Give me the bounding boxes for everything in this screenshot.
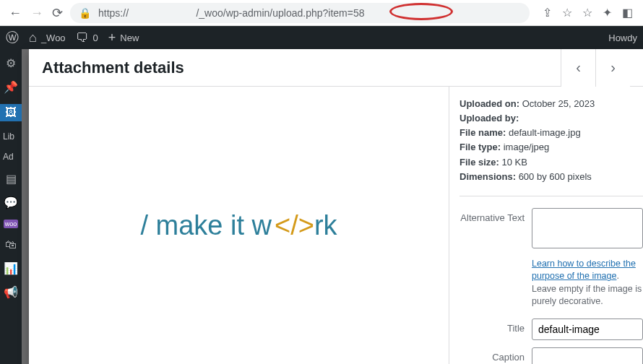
sidebar-item-dashboard[interactable]: ⚙ (0, 56, 22, 70)
howdy-label[interactable]: Howdy (608, 32, 637, 43)
chevron-left-icon: ‹ (576, 59, 581, 76)
browser-nav-group: ← → ⟳ (4, 6, 63, 20)
extensions-icon[interactable]: ✦ (603, 6, 612, 20)
prev-attachment-button[interactable]: ‹ (561, 49, 595, 87)
lock-icon: 🔒 (79, 7, 91, 19)
woo-icon: woo (4, 220, 19, 228)
home-icon: ⌂ (29, 31, 37, 44)
caption-label: Caption (459, 347, 532, 363)
url-highlight-annotation (389, 3, 453, 20)
alt-text-label: Alternative Text (459, 208, 532, 223)
analytics-icon: 📊 (4, 261, 18, 275)
sidebar-item-comments[interactable]: 💬 (0, 196, 22, 209)
media-icon: 🖼 (5, 106, 17, 119)
meta-file-size: 10 KB (502, 157, 527, 168)
attachment-preview: / make it w</>rk (29, 87, 449, 364)
comments-link[interactable]: 🗨 0 (76, 31, 98, 44)
address-bar[interactable]: 🔒 https:// /_woo/wp-admin/upload.php?ite… (70, 3, 530, 23)
pin-icon: 📌 (4, 80, 18, 94)
chevron-right-icon: › (610, 59, 616, 76)
modal-title: Attachment details (42, 58, 561, 77)
back-icon[interactable]: ← (9, 6, 22, 20)
modal-header: Attachment details ‹ › (29, 49, 643, 87)
alt-text-input[interactable] (532, 208, 643, 248)
attachment-details-panel: Uploaded on: October 25, 2023 Uploaded b… (449, 87, 643, 364)
sidebar-sub-addnew[interactable]: Ad (0, 152, 14, 162)
sidebar-item-pages[interactable]: ▤ (0, 172, 22, 186)
modal-overlay: Attachment details ‹ › / make it w</>rk … (22, 49, 643, 364)
meta-file-type: image/jpeg (504, 142, 550, 152)
title-label: Title (459, 318, 532, 334)
url-text: https:// /_woo/wp-admin/upload.php?item=… (98, 7, 365, 19)
wp-admin-bar: ⓦ ⌂ _Woo 🗨 0 + New Howdy (0, 26, 643, 49)
sidebar-item-posts[interactable]: 📌 (0, 80, 22, 94)
meta-uploaded-by-label: Uploaded by: (459, 113, 519, 124)
plus-icon: + (108, 31, 116, 44)
site-name-label: _Woo (41, 32, 66, 43)
admin-sidebar: ⚙ 📌 🖼 Lib Ad ▤ 💬 woo 🛍 📊 📢 (0, 49, 22, 364)
sidebar-item-media[interactable]: 🖼 (0, 104, 22, 121)
profile-icon[interactable]: ◧ (622, 6, 633, 20)
new-content-link[interactable]: + New (108, 31, 139, 44)
preview-image: / make it w</>rk (140, 210, 337, 241)
cart-icon: 🛍 (5, 238, 17, 251)
wordpress-logo-icon[interactable]: ⓦ (6, 31, 19, 44)
page-icon: ▤ (6, 172, 17, 186)
comment-icon: 🗨 (76, 31, 89, 44)
forward-icon[interactable]: → (30, 6, 43, 20)
reload-icon[interactable]: ⟳ (52, 6, 63, 20)
comment-count: 0 (93, 32, 98, 43)
browser-toolbar: ← → ⟳ 🔒 https:// /_woo/wp-admin/upload.p… (0, 0, 643, 26)
sidebar-item-products[interactable]: 🛍 (0, 238, 22, 251)
meta-file-name: default-image.jpg (509, 127, 581, 138)
attachment-meta: Uploaded on: October 25, 2023 Uploaded b… (459, 97, 643, 184)
new-label: New (120, 32, 139, 43)
sidebar-item-woo[interactable]: woo (0, 220, 22, 228)
title-input[interactable] (532, 318, 643, 340)
browser-extension-group: ⇪ ☆ ☆ ✦ ◧ (537, 6, 639, 20)
megaphone-icon: 📢 (4, 285, 18, 299)
sidebar-item-analytics[interactable]: 📊 (0, 261, 22, 275)
meta-dimensions: 600 by 600 pixels (519, 171, 592, 182)
sidebar-sub-library[interactable]: Lib (0, 131, 14, 142)
star-outline-icon[interactable]: ☆ (582, 6, 592, 20)
bookmark-star-icon[interactable]: ☆ (562, 6, 572, 20)
attachment-details-modal: Attachment details ‹ › / make it w</>rk … (29, 49, 643, 364)
dashboard-icon: ⚙ (6, 56, 16, 70)
meta-uploaded-on: October 25, 2023 (522, 98, 595, 109)
alt-text-help: Learn how to describe the purpose of the… (532, 258, 643, 308)
share-icon[interactable]: ⇪ (543, 6, 552, 20)
site-home-link[interactable]: ⌂ _Woo (29, 31, 66, 44)
alt-text-help-link[interactable]: Learn how to describe the purpose of the… (532, 259, 636, 282)
sidebar-item-marketing[interactable]: 📢 (0, 285, 22, 299)
comments-icon: 💬 (4, 196, 18, 209)
next-attachment-button[interactable]: › (595, 49, 630, 87)
caption-input[interactable] (532, 347, 643, 364)
